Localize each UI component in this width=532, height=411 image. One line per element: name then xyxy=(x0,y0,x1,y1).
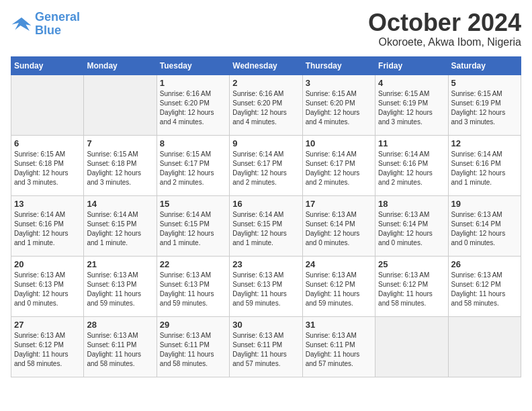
calendar-cell xyxy=(375,317,448,377)
calendar-cell: 11Sunrise: 6:14 AM Sunset: 6:16 PM Dayli… xyxy=(375,136,448,196)
col-sunday: Sunday xyxy=(11,57,84,75)
day-number: 24 xyxy=(306,259,372,269)
day-info: Sunrise: 6:14 AM Sunset: 6:16 PM Dayligh… xyxy=(378,150,445,187)
calendar-cell: 20Sunrise: 6:13 AM Sunset: 6:13 PM Dayli… xyxy=(11,257,84,317)
calendar-cell: 9Sunrise: 6:14 AM Sunset: 6:17 PM Daylig… xyxy=(230,136,302,196)
col-friday: Friday xyxy=(375,57,448,75)
calendar-cell: 29Sunrise: 6:13 AM Sunset: 6:11 PM Dayli… xyxy=(157,317,229,377)
col-monday: Monday xyxy=(84,57,157,75)
day-info: Sunrise: 6:13 AM Sunset: 6:11 PM Dayligh… xyxy=(87,331,153,369)
day-number: 28 xyxy=(87,320,153,330)
day-info: Sunrise: 6:14 AM Sunset: 6:15 PM Dayligh… xyxy=(232,210,299,248)
calendar-cell: 22Sunrise: 6:13 AM Sunset: 6:13 PM Dayli… xyxy=(157,257,229,317)
calendar-week-4: 20Sunrise: 6:13 AM Sunset: 6:13 PM Dayli… xyxy=(11,257,521,317)
col-wednesday: Wednesday xyxy=(230,57,302,75)
calendar-week-3: 13Sunrise: 6:14 AM Sunset: 6:16 PM Dayli… xyxy=(11,196,521,257)
calendar-week-1: 1Sunrise: 6:16 AM Sunset: 6:20 PM Daylig… xyxy=(11,75,521,136)
calendar-cell: 10Sunrise: 6:14 AM Sunset: 6:17 PM Dayli… xyxy=(302,136,375,196)
calendar-cell: 1Sunrise: 6:16 AM Sunset: 6:20 PM Daylig… xyxy=(157,75,229,136)
day-info: Sunrise: 6:14 AM Sunset: 6:16 PM Dayligh… xyxy=(451,150,518,187)
day-info: Sunrise: 6:14 AM Sunset: 6:17 PM Dayligh… xyxy=(306,150,372,187)
day-info: Sunrise: 6:14 AM Sunset: 6:15 PM Dayligh… xyxy=(87,210,153,248)
day-info: Sunrise: 6:13 AM Sunset: 6:12 PM Dayligh… xyxy=(14,331,81,369)
day-info: Sunrise: 6:15 AM Sunset: 6:17 PM Dayligh… xyxy=(160,150,226,187)
day-number: 29 xyxy=(160,320,226,330)
day-number: 16 xyxy=(232,199,299,209)
month-title: October 2024 xyxy=(368,11,521,35)
day-info: Sunrise: 6:13 AM Sunset: 6:11 PM Dayligh… xyxy=(306,331,372,369)
day-info: Sunrise: 6:15 AM Sunset: 6:18 PM Dayligh… xyxy=(87,150,153,187)
calendar-cell: 17Sunrise: 6:13 AM Sunset: 6:14 PM Dayli… xyxy=(302,196,375,257)
calendar-cell: 12Sunrise: 6:14 AM Sunset: 6:16 PM Dayli… xyxy=(448,136,521,196)
day-number: 13 xyxy=(14,199,81,209)
calendar-week-2: 6Sunrise: 6:15 AM Sunset: 6:18 PM Daylig… xyxy=(11,136,521,196)
calendar-cell: 24Sunrise: 6:13 AM Sunset: 6:12 PM Dayli… xyxy=(302,257,375,317)
calendar-cell: 31Sunrise: 6:13 AM Sunset: 6:11 PM Dayli… xyxy=(302,317,375,377)
calendar-cell: 25Sunrise: 6:13 AM Sunset: 6:12 PM Dayli… xyxy=(375,257,448,317)
day-info: Sunrise: 6:13 AM Sunset: 6:12 PM Dayligh… xyxy=(378,271,445,308)
calendar-cell xyxy=(448,317,521,377)
day-number: 3 xyxy=(306,78,372,88)
day-info: Sunrise: 6:16 AM Sunset: 6:20 PM Dayligh… xyxy=(232,89,299,127)
day-info: Sunrise: 6:13 AM Sunset: 6:14 PM Dayligh… xyxy=(451,210,518,248)
calendar-cell xyxy=(84,75,157,136)
day-number: 8 xyxy=(160,138,226,148)
header-row: Sunday Monday Tuesday Wednesday Thursday… xyxy=(11,57,521,75)
calendar-cell: 14Sunrise: 6:14 AM Sunset: 6:15 PM Dayli… xyxy=(84,196,157,257)
calendar-cell: 18Sunrise: 6:13 AM Sunset: 6:14 PM Dayli… xyxy=(375,196,448,257)
day-number: 27 xyxy=(14,320,81,330)
day-number: 2 xyxy=(232,78,299,88)
logo-icon xyxy=(11,15,32,34)
day-info: Sunrise: 6:13 AM Sunset: 6:13 PM Dayligh… xyxy=(160,271,226,308)
day-number: 6 xyxy=(14,138,81,148)
calendar-cell: 30Sunrise: 6:13 AM Sunset: 6:11 PM Dayli… xyxy=(230,317,302,377)
svg-marker-0 xyxy=(12,17,32,31)
day-number: 22 xyxy=(160,259,226,269)
col-thursday: Thursday xyxy=(302,57,375,75)
day-info: Sunrise: 6:15 AM Sunset: 6:18 PM Dayligh… xyxy=(14,150,81,187)
day-number: 26 xyxy=(451,259,518,269)
title-block: October 2024 Okoroete, Akwa Ibom, Nigeri… xyxy=(368,11,521,48)
day-info: Sunrise: 6:13 AM Sunset: 6:12 PM Dayligh… xyxy=(451,271,518,308)
calendar-body: 1Sunrise: 6:16 AM Sunset: 6:20 PM Daylig… xyxy=(11,75,521,377)
calendar-table: Sunday Monday Tuesday Wednesday Thursday… xyxy=(11,56,521,377)
calendar-cell: 2Sunrise: 6:16 AM Sunset: 6:20 PM Daylig… xyxy=(230,75,302,136)
calendar-cell: 4Sunrise: 6:15 AM Sunset: 6:19 PM Daylig… xyxy=(375,75,448,136)
day-number: 15 xyxy=(160,199,226,209)
day-info: Sunrise: 6:13 AM Sunset: 6:11 PM Dayligh… xyxy=(160,331,226,369)
day-number: 9 xyxy=(232,138,299,148)
day-number: 14 xyxy=(87,199,153,209)
calendar-cell: 13Sunrise: 6:14 AM Sunset: 6:16 PM Dayli… xyxy=(11,196,84,257)
calendar-cell: 5Sunrise: 6:15 AM Sunset: 6:19 PM Daylig… xyxy=(448,75,521,136)
day-number: 18 xyxy=(378,199,445,209)
day-info: Sunrise: 6:13 AM Sunset: 6:11 PM Dayligh… xyxy=(232,331,299,369)
day-info: Sunrise: 6:13 AM Sunset: 6:12 PM Dayligh… xyxy=(306,271,372,308)
calendar-cell: 7Sunrise: 6:15 AM Sunset: 6:18 PM Daylig… xyxy=(84,136,157,196)
day-number: 19 xyxy=(451,199,518,209)
day-info: Sunrise: 6:15 AM Sunset: 6:20 PM Dayligh… xyxy=(306,89,372,127)
day-number: 4 xyxy=(378,78,445,88)
day-number: 21 xyxy=(87,259,153,269)
calendar-cell: 6Sunrise: 6:15 AM Sunset: 6:18 PM Daylig… xyxy=(11,136,84,196)
location-title: Okoroete, Akwa Ibom, Nigeria xyxy=(368,36,521,48)
day-number: 7 xyxy=(87,138,153,148)
day-info: Sunrise: 6:13 AM Sunset: 6:13 PM Dayligh… xyxy=(232,271,299,308)
page-header: General Blue October 2024 Okoroete, Akwa… xyxy=(11,11,521,48)
calendar-cell: 3Sunrise: 6:15 AM Sunset: 6:20 PM Daylig… xyxy=(302,75,375,136)
day-info: Sunrise: 6:14 AM Sunset: 6:17 PM Dayligh… xyxy=(232,150,299,187)
day-number: 31 xyxy=(306,320,372,330)
calendar-cell: 26Sunrise: 6:13 AM Sunset: 6:12 PM Dayli… xyxy=(448,257,521,317)
calendar-cell: 16Sunrise: 6:14 AM Sunset: 6:15 PM Dayli… xyxy=(230,196,302,257)
day-number: 1 xyxy=(160,78,226,88)
calendar-cell: 23Sunrise: 6:13 AM Sunset: 6:13 PM Dayli… xyxy=(230,257,302,317)
day-number: 17 xyxy=(306,199,372,209)
day-number: 20 xyxy=(14,259,81,269)
day-number: 5 xyxy=(451,78,518,88)
day-number: 12 xyxy=(451,138,518,148)
calendar-cell: 21Sunrise: 6:13 AM Sunset: 6:13 PM Dayli… xyxy=(84,257,157,317)
day-info: Sunrise: 6:13 AM Sunset: 6:14 PM Dayligh… xyxy=(378,210,445,248)
day-info: Sunrise: 6:16 AM Sunset: 6:20 PM Dayligh… xyxy=(160,89,226,127)
col-saturday: Saturday xyxy=(448,57,521,75)
calendar-cell: 27Sunrise: 6:13 AM Sunset: 6:12 PM Dayli… xyxy=(11,317,84,377)
day-number: 30 xyxy=(232,320,299,330)
